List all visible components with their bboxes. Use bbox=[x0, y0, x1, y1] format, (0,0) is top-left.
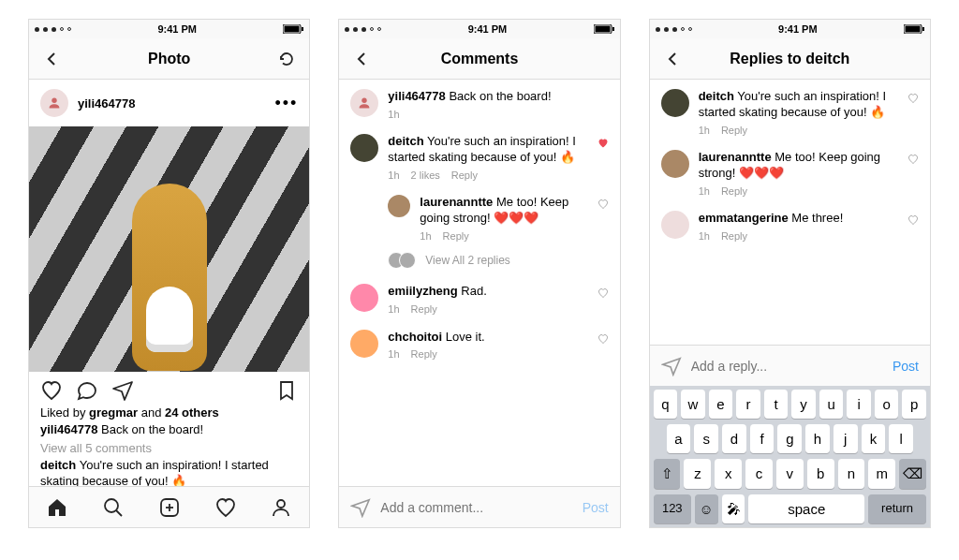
reply-button[interactable]: Reply bbox=[411, 347, 437, 361]
avatar[interactable] bbox=[350, 330, 378, 358]
activity-tab[interactable] bbox=[214, 496, 237, 519]
like-button[interactable] bbox=[907, 214, 919, 226]
key-u[interactable]: u bbox=[819, 390, 844, 419]
post-author[interactable]: yili464778 bbox=[40, 89, 135, 117]
key-c[interactable]: c bbox=[745, 459, 773, 489]
key-return[interactable]: return bbox=[868, 494, 926, 523]
like-button[interactable] bbox=[598, 287, 609, 299]
comment-user[interactable]: deitch bbox=[699, 89, 734, 103]
battery-icon bbox=[904, 24, 924, 34]
reply-button[interactable]: Reply bbox=[721, 229, 747, 243]
key-g[interactable]: g bbox=[777, 424, 802, 453]
key-n[interactable]: n bbox=[838, 459, 865, 489]
key-v[interactable]: v bbox=[776, 459, 804, 489]
like-icon[interactable] bbox=[40, 379, 63, 402]
key-a[interactable]: a bbox=[667, 424, 691, 453]
reply-button[interactable]: Reply bbox=[721, 184, 747, 198]
key-p[interactable]: p bbox=[902, 390, 926, 419]
comment-user[interactable]: laurenanntte bbox=[420, 195, 493, 209]
key-s[interactable]: s bbox=[694, 424, 718, 453]
back-button[interactable] bbox=[350, 48, 373, 70]
comment-user[interactable]: deitch bbox=[388, 134, 423, 148]
key-y[interactable]: y bbox=[791, 390, 816, 419]
back-button[interactable] bbox=[661, 48, 684, 70]
key-d[interactable]: d bbox=[722, 424, 746, 453]
key-space[interactable]: space bbox=[748, 494, 864, 523]
key-x[interactable]: x bbox=[715, 459, 742, 489]
like-button[interactable] bbox=[598, 138, 609, 149]
comment-row: emmatangerine Me three! 1hReply bbox=[650, 201, 930, 246]
nav-title: Comments bbox=[441, 51, 519, 67]
comment-user[interactable]: emmatangerine bbox=[699, 211, 789, 225]
key-l[interactable]: l bbox=[889, 424, 913, 453]
key-b[interactable]: b bbox=[807, 459, 834, 489]
key-w[interactable]: w bbox=[681, 390, 705, 419]
add-tab[interactable] bbox=[158, 496, 181, 519]
back-button[interactable] bbox=[40, 48, 63, 70]
likes-text[interactable]: Liked by gregmar and 24 others bbox=[29, 405, 309, 420]
post-button[interactable]: Post bbox=[583, 500, 609, 515]
home-tab[interactable] bbox=[46, 496, 68, 519]
key-h[interactable]: h bbox=[805, 424, 830, 453]
key-m[interactable]: m bbox=[868, 459, 895, 489]
key-z[interactable]: z bbox=[684, 459, 711, 489]
reply-button[interactable]: Reply bbox=[411, 302, 437, 316]
svg-rect-1 bbox=[285, 26, 300, 33]
refresh-button[interactable] bbox=[275, 48, 298, 70]
key-shift[interactable]: ⇧ bbox=[654, 459, 681, 489]
post-button[interactable]: Post bbox=[893, 359, 919, 374]
search-tab[interactable] bbox=[102, 496, 125, 519]
replies-list[interactable]: deitch You're such an inspiration! I sta… bbox=[650, 80, 930, 345]
reply-button[interactable]: Reply bbox=[721, 124, 747, 137]
reply-input[interactable] bbox=[691, 359, 883, 374]
comment-row: chchoitoi Love it. 1hReply bbox=[339, 320, 619, 365]
view-replies-button[interactable]: View All 2 replies bbox=[339, 246, 619, 274]
like-button[interactable] bbox=[598, 199, 609, 210]
comment-user[interactable]: chchoitoi bbox=[388, 330, 442, 344]
send-icon[interactable] bbox=[350, 497, 371, 518]
share-icon[interactable] bbox=[111, 379, 134, 402]
avatar[interactable] bbox=[388, 195, 410, 217]
status-time: 9:41 PM bbox=[778, 23, 818, 35]
comment-icon[interactable] bbox=[76, 379, 98, 402]
profile-tab[interactable] bbox=[270, 496, 292, 519]
bookmark-icon[interactable] bbox=[275, 379, 298, 402]
key-k[interactable]: k bbox=[862, 424, 886, 453]
avatar[interactable] bbox=[350, 89, 378, 117]
nav-bar: Photo bbox=[29, 38, 309, 80]
key-mic[interactable]: 🎤︎ bbox=[722, 494, 745, 523]
like-button[interactable] bbox=[598, 333, 609, 345]
comment-user[interactable]: yili464778 bbox=[388, 89, 445, 103]
key-i[interactable]: i bbox=[847, 390, 871, 419]
nav-bar: Comments bbox=[339, 38, 619, 80]
comment-user[interactable]: emiilyzheng bbox=[388, 284, 457, 298]
key-j[interactable]: j bbox=[834, 424, 858, 453]
key-t[interactable]: t bbox=[764, 390, 789, 419]
avatar[interactable] bbox=[661, 150, 689, 178]
reply-button[interactable]: Reply bbox=[451, 169, 478, 182]
likes-count[interactable]: 2 likes bbox=[411, 169, 440, 182]
view-all-comments[interactable]: View all 5 comments bbox=[29, 441, 309, 455]
reply-button[interactable]: Reply bbox=[443, 229, 469, 243]
send-icon[interactable] bbox=[661, 356, 682, 376]
key-r[interactable]: r bbox=[736, 390, 760, 419]
battery-icon bbox=[283, 24, 303, 34]
avatar[interactable] bbox=[350, 134, 378, 162]
key-f[interactable]: f bbox=[750, 424, 775, 453]
avatar[interactable] bbox=[661, 211, 689, 239]
comment-user[interactable]: laurenanntte bbox=[699, 150, 772, 164]
post-image[interactable] bbox=[29, 126, 309, 372]
avatar[interactable] bbox=[661, 89, 689, 117]
key-backspace[interactable]: ⌫ bbox=[899, 459, 926, 489]
like-button[interactable] bbox=[907, 93, 919, 104]
key-emoji[interactable]: ☺ bbox=[695, 494, 718, 523]
avatar[interactable] bbox=[350, 284, 378, 312]
comment-input[interactable] bbox=[380, 500, 572, 515]
key-e[interactable]: e bbox=[709, 390, 733, 419]
key-q[interactable]: q bbox=[654, 390, 678, 419]
key-123[interactable]: 123 bbox=[654, 494, 691, 523]
comments-list[interactable]: yili464778 Back on the board! 1h deitch … bbox=[339, 80, 619, 486]
like-button[interactable] bbox=[907, 154, 919, 165]
key-o[interactable]: o bbox=[875, 390, 899, 419]
more-button[interactable]: ••• bbox=[274, 94, 298, 113]
